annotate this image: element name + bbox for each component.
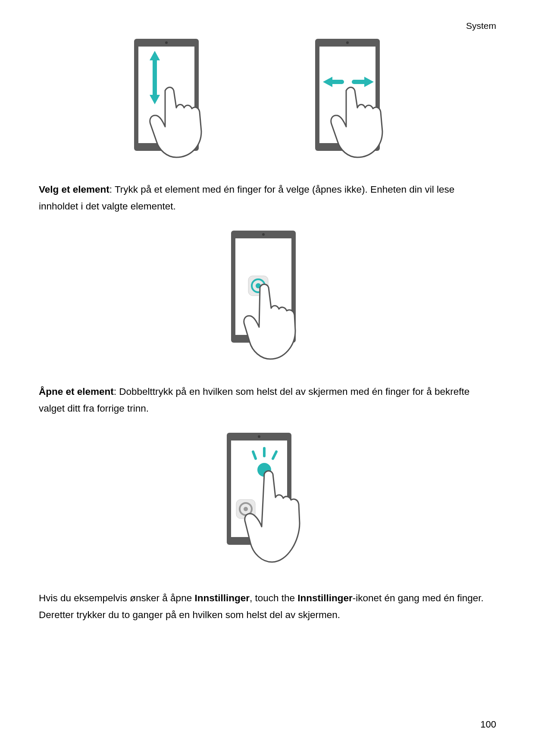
bold-open-element: Åpne et element: [39, 386, 114, 397]
paragraph-example: Hvis du eksempelvis ønsker å åpne Innsti…: [39, 590, 496, 624]
bold-select-element: Velg et element: [39, 184, 110, 195]
page-number: 100: [480, 719, 496, 730]
svg-point-17: [262, 233, 265, 236]
svg-point-28: [244, 507, 248, 511]
bold-settings-1: Innstillinger: [194, 593, 250, 603]
double-tap-illustration: [216, 433, 319, 571]
swipe-vertical-illustration: [125, 39, 229, 164]
svg-point-2: [165, 41, 168, 44]
text-example-pre: Hvis du eksempelvis ønsker å åpne: [39, 593, 194, 603]
figure-tap-illustration: [39, 231, 496, 364]
svg-point-24: [258, 435, 260, 438]
svg-point-9: [346, 41, 349, 44]
figure-row-swipe-gestures: [39, 39, 496, 164]
text-example-mid: , touch the: [250, 593, 297, 603]
paragraph-select-element: Velg et element: Trykk på et element med…: [39, 181, 496, 215]
figure-double-tap-illustration: [39, 433, 496, 571]
tap-select-illustration: [216, 231, 319, 364]
paragraph-open-element: Åpne et element: Dobbelttrykk på en hvil…: [39, 383, 496, 417]
bold-settings-2: Innstillinger: [297, 593, 353, 603]
swipe-horizontal-illustration: [307, 39, 410, 164]
header-section-label: System: [39, 21, 496, 31]
page: System: [0, 0, 535, 756]
